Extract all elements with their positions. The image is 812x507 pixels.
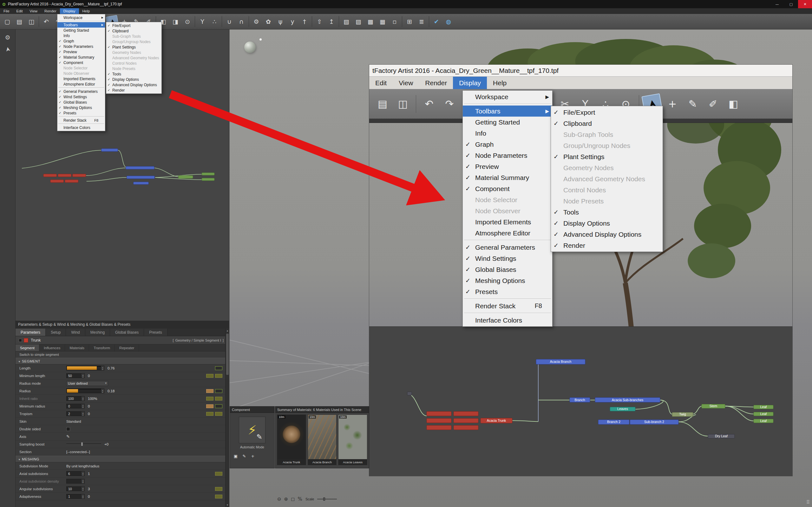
menu-item-node-parameters[interactable]: ✓Node Parameters xyxy=(463,150,552,161)
graph-node[interactable] xyxy=(454,411,478,416)
menu-item-node-observer[interactable]: Node Observer xyxy=(57,71,105,76)
material-card-acacia-trunk[interactable]: 10mAcacia Trunk xyxy=(277,414,306,465)
snap-b-icon[interactable]: ∩ xyxy=(236,16,247,27)
connection-port-green[interactable] xyxy=(215,389,222,393)
material-card-acacia-leaves[interactable]: 10mAcacia Leaves xyxy=(338,414,367,465)
menu-item-getting-started[interactable]: Getting Started xyxy=(57,27,105,33)
connection-port-olive[interactable] xyxy=(215,487,222,491)
menubar-item-edit[interactable]: Edit xyxy=(369,77,393,89)
scroll-down-icon[interactable]: ▼ xyxy=(225,503,229,507)
new-file-icon[interactable]: ▢ xyxy=(2,16,13,27)
graph-node[interactable] xyxy=(58,174,71,177)
section-header-segment[interactable]: ▼ SEGMENT xyxy=(15,358,229,364)
material-c-icon[interactable]: ▩ xyxy=(365,16,376,27)
tab-materials[interactable]: Materials xyxy=(65,344,89,351)
menu-item-advanced-geometry-nodes[interactable]: Advanced Geometry Nodes xyxy=(551,173,663,184)
graph-node[interactable] xyxy=(454,418,478,423)
menu-item-meshing-options[interactable]: ✓Meshing Options xyxy=(57,105,105,110)
viewport-split-icon[interactable]: ◨ xyxy=(170,16,181,27)
viewport-single-icon[interactable]: ◧ xyxy=(724,95,743,113)
menubar-item-edit[interactable]: Edit xyxy=(13,8,26,14)
zoom-fit-icon[interactable]: ◻ xyxy=(291,496,295,502)
menubar-item-display[interactable]: Display xyxy=(60,8,79,14)
graph-node[interactable] xyxy=(44,174,57,177)
zoom-in-icon[interactable]: ⊕ xyxy=(284,496,288,502)
menu-item-plant-settings[interactable]: ✓Plant Settings xyxy=(551,151,663,162)
menu-item-material-summary[interactable]: ✓Material Summary xyxy=(463,172,552,183)
workspace-settings-icon[interactable]: ⚙ xyxy=(5,34,10,41)
node-align-icon[interactable]: Y xyxy=(197,16,208,27)
scroll-up-icon[interactable]: ▲ xyxy=(225,329,229,333)
radius-slider[interactable]: ▴▾ xyxy=(66,389,104,393)
tab-setup[interactable]: Setup xyxy=(46,329,66,336)
menu-item-geometry-nodes[interactable]: Geometry Nodes xyxy=(551,162,663,173)
tropism-input[interactable]: 2▴▾ xyxy=(66,411,85,416)
menu-item-info[interactable]: Info xyxy=(57,33,105,38)
axis-edit-icon[interactable]: ✎ xyxy=(66,434,70,439)
leaf-tool-icon[interactable]: ✿ xyxy=(263,16,274,27)
axial-subdivisions-input[interactable]: 6▴▾ xyxy=(66,471,85,476)
menu-item-general-parameters[interactable]: ✓General Parameters xyxy=(463,242,552,253)
menu-item-atmosphere-editor[interactable]: Atmosphere Editor xyxy=(463,228,552,239)
snap-a-icon[interactable]: ∪ xyxy=(223,16,235,27)
menu-item-node-parameters[interactable]: ✓Node Parameters xyxy=(57,44,105,49)
inset-node-graph[interactable]: Acacia TrunkAcacia BranchBranchAcacia Su… xyxy=(369,326,792,476)
connection-port-tan[interactable] xyxy=(206,389,213,393)
menu-item-advanced-display-options[interactable]: ✓Advanced Display Options xyxy=(551,229,663,240)
menu-item-wind-settings[interactable]: ✓Wind Settings xyxy=(463,253,552,264)
menu-item-imported-elements[interactable]: Imported Elements xyxy=(57,76,105,81)
menu-item-sub-graph-tools[interactable]: Sub-Graph Tools xyxy=(106,34,161,39)
menu-item-tools[interactable]: ✓Tools xyxy=(106,71,161,77)
tab-presets[interactable]: Presets xyxy=(144,329,167,336)
material-e-icon[interactable]: ▫ xyxy=(389,16,400,27)
tab-parameters[interactable]: Parameters xyxy=(15,329,46,336)
menu-item-control-nodes[interactable]: Control Nodes xyxy=(106,60,161,66)
material-preview-sphere[interactable] xyxy=(244,42,256,53)
connection-port-olive[interactable] xyxy=(215,412,222,416)
angular-subdivisions-input[interactable]: 10▴▾ xyxy=(66,487,85,491)
graph-node[interactable] xyxy=(426,411,451,416)
menu-item-preview[interactable]: ✓Preview xyxy=(57,49,105,55)
menu-item-general-parameters[interactable]: ✓General Parameters xyxy=(57,89,105,94)
material-a-icon[interactable]: ▧ xyxy=(341,16,352,27)
resize-grip-icon[interactable]: ⠿ xyxy=(806,499,810,505)
length-slider[interactable]: ▴▾ xyxy=(66,366,104,371)
scale-slider[interactable] xyxy=(317,499,337,499)
menu-item-geometry-nodes[interactable]: Geometry Nodes xyxy=(106,50,161,55)
node-flow-icon[interactable]: ∴ xyxy=(209,16,220,27)
menubar-item-help[interactable]: Help xyxy=(79,8,94,14)
menu-item-interface-colors[interactable]: Interface Colors xyxy=(57,125,105,130)
sampling-boost-slider[interactable] xyxy=(66,444,101,445)
menu-item-toolbars[interactable]: Toolbars▶ xyxy=(57,22,105,27)
connection-port-olive[interactable] xyxy=(206,412,213,416)
open-file-icon[interactable]: ▤ xyxy=(373,95,392,113)
graph-node[interactable] xyxy=(125,166,154,169)
plant-settings-icon[interactable]: ⚙ xyxy=(251,16,262,27)
menubar-item-render[interactable]: Render xyxy=(41,8,60,14)
twig-tool-icon[interactable]: y xyxy=(287,16,298,27)
material-b-icon[interactable]: ▨ xyxy=(353,16,364,27)
curve-tool-icon[interactable]: ✐ xyxy=(704,95,722,113)
screenshot-icon[interactable]: ⊙ xyxy=(182,16,193,27)
graph-node[interactable] xyxy=(426,418,451,423)
automatic-mode-button[interactable]: ⚡ ✎ xyxy=(239,417,265,443)
menu-item-node-selector[interactable]: Node Selector xyxy=(463,194,552,205)
export-plant-icon[interactable]: ⇧ xyxy=(314,16,325,27)
material-d-icon[interactable]: ▦ xyxy=(377,16,388,27)
menu-item-node-presets[interactable]: Node Presets xyxy=(551,195,663,207)
draw-tool-icon[interactable]: ✎ xyxy=(683,95,702,113)
menu-item-advanced-display-options[interactable]: ✓Advanced Display Options xyxy=(106,82,161,88)
menu-item-file-export[interactable]: ✓File/Export xyxy=(551,107,663,118)
redo-icon[interactable]: ↷ xyxy=(440,95,459,113)
open-file-icon[interactable]: ▤ xyxy=(14,16,25,27)
menu-item-toolbars[interactable]: Toolbars▶ xyxy=(463,106,552,117)
graph-node[interactable] xyxy=(202,173,214,175)
component-add-icon[interactable]: + xyxy=(250,453,256,459)
graph-node[interactable] xyxy=(65,180,78,182)
menubar-item-file[interactable]: File xyxy=(0,8,13,14)
connection-port-green[interactable] xyxy=(215,366,222,370)
connection-port-olive[interactable] xyxy=(206,374,213,378)
menu-item-group-ungroup-nodes[interactable]: Group/Ungroup Nodes xyxy=(551,140,663,151)
graph-node[interactable] xyxy=(133,182,148,184)
undo-icon[interactable]: ↶ xyxy=(41,16,52,27)
